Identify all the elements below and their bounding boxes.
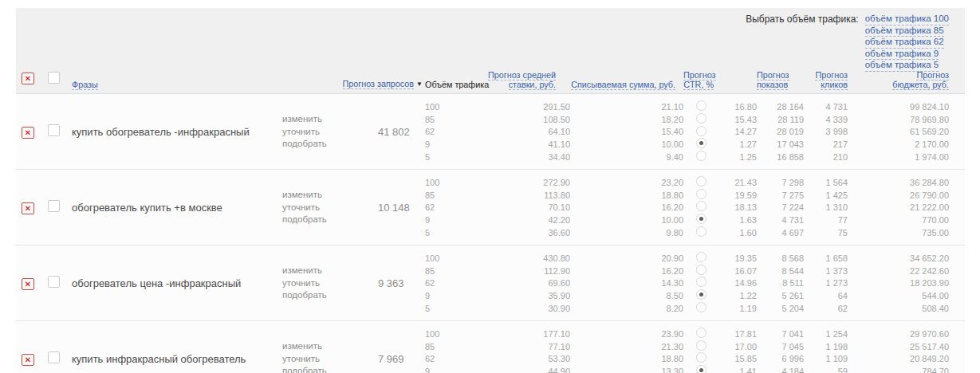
traffic-volume-value: 5 (415, 152, 488, 162)
impressions-value: 4 731 (757, 215, 804, 225)
traffic-volume-option-62[interactable]: объём трафика 62 (865, 37, 944, 49)
pick-phrases-link[interactable]: подобрать (282, 289, 378, 302)
bid-select-radio[interactable] (696, 113, 706, 124)
clicks-value: 1 198 (804, 342, 848, 351)
bid-select-radio[interactable] (696, 328, 706, 338)
delete-phrase-icon[interactable]: ✕ (22, 127, 34, 139)
budget-value: 18 203.90 (848, 278, 965, 288)
column-header-phrases[interactable]: Фразы (72, 80, 98, 90)
bid-select-radio[interactable] (696, 252, 706, 262)
clicks-value: 62 (804, 304, 848, 313)
bid-select-radio[interactable] (696, 189, 706, 199)
impressions-value: 4 697 (757, 228, 804, 238)
bid-select-radio[interactable] (696, 365, 706, 373)
refine-phrase-link[interactable]: уточнить (282, 277, 378, 290)
clicks-value: 1 109 (804, 354, 848, 363)
ctr-value: 15.43 (718, 115, 757, 124)
bid-select-radio[interactable] (696, 151, 706, 161)
bid-select-radio[interactable] (696, 214, 706, 224)
impressions-value: 28 119 (757, 115, 804, 124)
pick-phrases-link[interactable]: подобрать (282, 214, 378, 226)
column-header-ctr[interactable]: CTR, % (683, 80, 714, 90)
phrase-actions: изменить уточнить подобрать (282, 340, 378, 373)
column-header-clicks[interactable]: кликов (821, 80, 848, 90)
traffic-volume-value: 9 (415, 215, 488, 225)
budget-value: 770.00 (848, 215, 965, 225)
pick-phrases-link[interactable]: подобрать (282, 365, 378, 373)
pick-phrases-link[interactable]: подобрать (282, 138, 378, 151)
ctr-value: 14.27 (718, 127, 757, 136)
ctr-value: 19.35 (718, 253, 757, 263)
bid-select-radio[interactable] (696, 100, 706, 111)
avg-bid-value: 112.90 (488, 266, 570, 276)
phrase-actions: изменить уточнить подобрать (282, 113, 378, 151)
phrase-text: купить обогреватель -инфракрасный (67, 126, 282, 138)
phrase-checkbox[interactable] (48, 124, 60, 136)
ctr-value: 1.41 (718, 367, 757, 373)
bid-select-radio[interactable] (696, 277, 706, 287)
column-header-queries-forecast[interactable]: Прогноз запросов (343, 79, 415, 89)
bid-select-radio[interactable] (696, 201, 706, 211)
ctr-value: 16.80 (718, 102, 757, 112)
clicks-value: 1 425 (804, 190, 848, 200)
traffic-volume-option-100[interactable]: объём трафика 100 (865, 14, 949, 26)
clicks-value: 1 273 (804, 278, 848, 288)
impressions-value: 8 544 (757, 266, 804, 276)
bid-select-radio[interactable] (696, 289, 706, 300)
phrase-checkbox[interactable] (48, 276, 60, 288)
ctr-value: 14.96 (718, 278, 757, 288)
edit-phrase-link[interactable]: изменить (282, 113, 378, 126)
delete-phrase-icon[interactable]: ✕ (22, 202, 34, 214)
traffic-volume-value: 9 (415, 291, 488, 300)
bid-select-radio[interactable] (696, 176, 706, 186)
impressions-value: 5 204 (757, 304, 804, 313)
bid-select-radio[interactable] (696, 352, 706, 363)
traffic-volume-value: 62 (415, 354, 488, 363)
writeoff-sum-value: 8.20 (570, 304, 683, 313)
bid-select-radio[interactable] (696, 265, 706, 275)
budget-value: 20 849.20 (848, 354, 965, 363)
edit-phrase-link[interactable]: изменить (282, 265, 378, 277)
bid-select-radio[interactable] (696, 226, 706, 237)
writeoff-sum-value: 9.80 (570, 228, 683, 238)
impressions-value: 4 184 (757, 367, 804, 373)
traffic-volume-value: 85 (415, 342, 488, 351)
select-all-checkbox[interactable] (48, 72, 60, 84)
column-header-writeoff-sum[interactable]: Списываемая сумма, руб. (571, 80, 675, 90)
budget-value: 61 569.20 (848, 127, 965, 136)
traffic-volume-option-9[interactable]: объём трафика 9 (865, 49, 939, 61)
budget-value: 78 969.80 (848, 115, 965, 124)
bid-select-radio[interactable] (696, 138, 706, 148)
column-header-impressions[interactable]: показов (757, 80, 788, 90)
edit-phrase-link[interactable]: изменить (282, 340, 378, 353)
delete-phrase-icon[interactable]: ✕ (22, 354, 34, 366)
writeoff-sum-value: 16.20 (570, 202, 683, 212)
refine-phrase-link[interactable]: уточнить (282, 353, 378, 366)
avg-bid-value: 77.10 (488, 342, 570, 351)
ctr-value: 1.19 (718, 304, 757, 313)
impressions-value: 28 164 (757, 102, 804, 112)
bid-select-radio[interactable] (696, 126, 706, 136)
phrase-checkbox[interactable] (48, 200, 60, 212)
impressions-value: 16 858 (757, 152, 804, 162)
avg-bid-value: 36.60 (488, 228, 570, 238)
traffic-volume-option-85[interactable]: объём трафика 85 (865, 26, 944, 37)
phrase-checkbox[interactable] (48, 351, 60, 363)
bid-select-radio[interactable] (696, 340, 706, 351)
delete-all-icon[interactable]: ✕ (22, 73, 34, 84)
ctr-value: 16.07 (718, 266, 757, 276)
bid-select-radio[interactable] (696, 302, 706, 312)
column-header-budget[interactable]: бюджета, руб. (892, 80, 949, 90)
ctr-value: 1.22 (718, 291, 757, 300)
delete-phrase-icon[interactable]: ✕ (22, 278, 34, 290)
traffic-volume-value: 62 (415, 278, 488, 288)
refine-phrase-link[interactable]: уточнить (282, 126, 378, 139)
ctr-value: 17.00 (718, 342, 757, 351)
impressions-value: 7 298 (757, 178, 804, 187)
column-header-avg-bid[interactable]: ставки, руб. (509, 80, 556, 90)
refine-phrase-link[interactable]: уточнить (282, 202, 378, 214)
impressions-value: 8 511 (757, 278, 804, 288)
edit-phrase-link[interactable]: изменить (282, 189, 378, 202)
phrase-group: ✕ купить инфракрасный обогреватель измен… (16, 321, 965, 373)
clicks-value: 4 339 (804, 115, 848, 124)
